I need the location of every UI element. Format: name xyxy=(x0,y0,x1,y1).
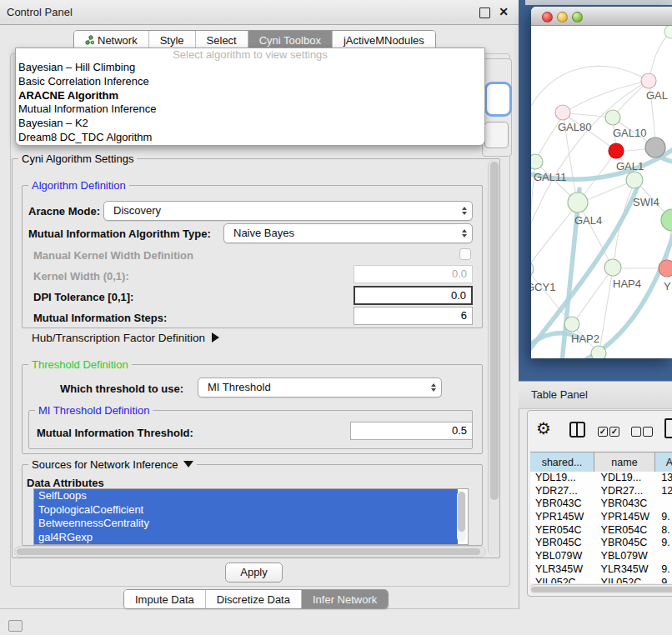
network-edge[interactable] xyxy=(614,182,634,266)
attributes-scrollbar[interactable] xyxy=(457,491,466,542)
node-label-hap4: HAP4 xyxy=(613,278,641,290)
settings-group-title: Cyni Algorithm Settings xyxy=(18,152,137,165)
attribute-item-betweennesscentrality[interactable]: BetweennessCentrality xyxy=(34,517,458,531)
table-row[interactable]: YBL079WYBL079W xyxy=(530,550,672,563)
algorithm-option-dream8-dc-tdc-algorithm[interactable]: Dream8 DC_TDC Algorithm xyxy=(16,131,484,145)
network-edge[interactable] xyxy=(579,203,611,266)
algorithm-option-mutual-information-inference[interactable]: Mutual Information Inference xyxy=(16,102,484,117)
network-canvas[interactable]: GALGAL80GAL10GAL1GAL11SWI4GAL4GCY1HAP4YH… xyxy=(531,26,672,358)
mi-threshold-field[interactable]: 0.5 xyxy=(350,422,473,440)
network-node-green[interactable] xyxy=(591,346,606,358)
settings-horizontal-scrollbar[interactable] xyxy=(14,546,486,558)
network-node-green[interactable] xyxy=(605,110,620,125)
algorithm-option-bayesian-hill-climbing[interactable]: Bayesian – Hill Climbing xyxy=(16,61,484,75)
algorithm-option-bayesian-k2[interactable]: Bayesian – K2 xyxy=(16,117,484,131)
tab-select[interactable]: Select xyxy=(195,31,248,49)
attribute-item-gal4rgexp[interactable]: gal4RGexp xyxy=(34,531,458,545)
table-row[interactable]: YIL052CYIL052C9. xyxy=(530,577,672,584)
settings-hscroll-thumb[interactable] xyxy=(17,548,480,555)
network-edge[interactable] xyxy=(574,269,612,322)
table-row[interactable]: YBR045CYBR045C9. xyxy=(530,537,672,550)
sources-title[interactable]: Sources for Network Inference xyxy=(28,458,197,471)
network-node-green[interactable] xyxy=(626,172,643,188)
column-header-shared[interactable]: shared... xyxy=(530,452,594,472)
network-node-green[interactable] xyxy=(531,154,543,169)
algorithm-option-basic-correlation-inference[interactable]: Basic Correlation Inference xyxy=(16,75,484,89)
column-layout-icon[interactable] xyxy=(569,422,585,438)
network-node-green[interactable] xyxy=(604,259,621,276)
attribute-item-topologicalcoefficient[interactable]: TopologicalCoefficient xyxy=(34,503,458,518)
collapsed-panel-icon[interactable] xyxy=(8,620,23,632)
dpi-tolerance-field[interactable]: 0.0 xyxy=(354,286,473,305)
network-node-pink[interactable] xyxy=(641,73,656,88)
apply-button[interactable]: Apply xyxy=(225,562,283,582)
network-node-red[interactable] xyxy=(609,143,624,158)
checked-checkbox-icon[interactable]: ✓ xyxy=(609,427,619,437)
algorithm-option-aracne-algorithm[interactable]: ARACNE Algorithm xyxy=(16,89,484,103)
attributes-scroll-thumb[interactable] xyxy=(458,492,465,532)
table-row[interactable]: YDR27...YDR27...12 xyxy=(530,485,672,498)
document-icon[interactable] xyxy=(664,418,672,438)
table-hscroll-thumb[interactable] xyxy=(531,587,672,592)
attribute-item-selfloops[interactable]: SelfLoops xyxy=(34,489,458,503)
node-label-swi4: SWI4 xyxy=(633,196,659,208)
tab-infer-network[interactable]: Infer Network xyxy=(301,590,388,608)
which-threshold-combo[interactable]: MI Threshold xyxy=(198,378,442,398)
network-node-green[interactable] xyxy=(531,262,534,277)
table-row[interactable]: YBR043CYBR043C xyxy=(530,498,672,511)
float-panel-icon[interactable] xyxy=(479,8,490,18)
checked-checkbox-icon[interactable]: ✓ xyxy=(598,427,608,437)
column-header-name[interactable]: name xyxy=(594,452,655,472)
network-node-gray[interactable] xyxy=(645,138,665,158)
table-row[interactable]: YPR145WYPR145W9. xyxy=(530,511,672,524)
tab-network[interactable]: Network xyxy=(74,31,148,49)
window-minimize-icon[interactable] xyxy=(557,12,568,22)
node-label-gal1: GAL1 xyxy=(616,160,644,172)
which-threshold-label: Which threshold to use: xyxy=(60,382,183,395)
unchecked-checkbox-icon[interactable] xyxy=(631,427,641,437)
network-window-titlebar[interactable] xyxy=(531,7,672,26)
kernel-width-field[interactable]: 0.0 xyxy=(354,265,473,283)
network-node-green[interactable] xyxy=(568,192,588,212)
network-edge[interactable] xyxy=(649,32,671,79)
column-header-a[interactable]: A xyxy=(655,452,672,472)
table-row[interactable]: YLR345WYLR345W9. xyxy=(530,563,672,577)
combo-stepper-icon xyxy=(462,207,467,215)
network-edge[interactable] xyxy=(564,81,649,112)
network-edge[interactable] xyxy=(599,269,613,351)
network-node-palegreen[interactable] xyxy=(664,26,672,38)
window-close-icon[interactable] xyxy=(542,12,553,22)
tab-discretize-data[interactable]: Discretize Data xyxy=(205,590,301,608)
aracne-mode-combo[interactable]: Discovery xyxy=(103,201,473,221)
network-node-salmon[interactable] xyxy=(659,260,672,277)
tab-impute-data[interactable]: Impute Data xyxy=(124,590,205,608)
window-zoom-icon[interactable] xyxy=(572,12,583,22)
tab-style[interactable]: Style xyxy=(148,31,195,49)
table-row[interactable]: YER054CYER054C8. xyxy=(530,524,672,538)
mi-steps-field[interactable]: 6 xyxy=(354,307,473,325)
settings-vscroll-thumb[interactable] xyxy=(490,162,499,500)
network-node-brightgreen[interactable] xyxy=(661,209,672,231)
mi-threshold-label: Mutual Information Threshold: xyxy=(37,427,193,439)
background-box-fragment xyxy=(484,122,509,148)
network-edge[interactable] xyxy=(531,204,577,268)
gear-icon[interactable]: ⚙ xyxy=(536,419,551,438)
settings-vertical-scrollbar[interactable] xyxy=(488,160,499,555)
close-icon[interactable]: ✕ xyxy=(499,0,509,24)
table-row[interactable]: YDL19...YDL19...13 xyxy=(530,472,672,485)
table-horizontal-scrollbar[interactable] xyxy=(529,584,672,594)
network-edge[interactable] xyxy=(531,66,649,116)
manual-kernel-checkbox[interactable] xyxy=(459,248,471,260)
unchecked-checkbox-icon[interactable] xyxy=(643,427,653,437)
network-node-pink[interactable] xyxy=(555,105,570,120)
network-node-green[interactable] xyxy=(564,317,579,332)
tab-cyni-toolbox[interactable]: Cyni Toolbox xyxy=(248,31,332,49)
table-cell: YBR043C xyxy=(596,498,659,511)
hub-definition-toggle[interactable]: Hub/Transcription Factor Definition xyxy=(32,332,219,344)
tab-jactivemnodules[interactable]: jActiveMNodules xyxy=(332,31,435,49)
node-label-gal4: GAL4 xyxy=(574,214,602,227)
network-edge[interactable] xyxy=(531,82,647,236)
mi-algorithm-type-combo[interactable]: Naive Bayes xyxy=(223,223,473,243)
manual-kernel-label: Manual Kernel Width Definition xyxy=(33,249,193,262)
panel-title: Control Panel xyxy=(7,0,73,24)
